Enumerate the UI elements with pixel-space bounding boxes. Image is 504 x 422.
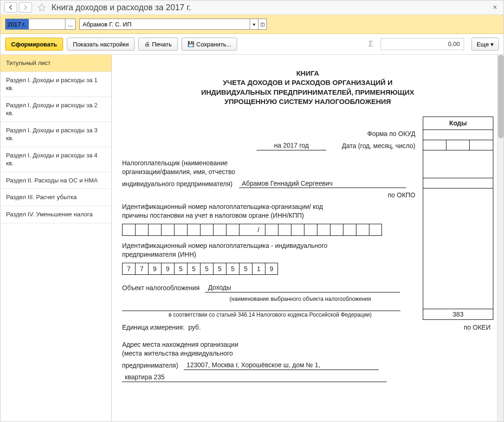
page-title: Книга доходов и расходов за 2017 г.: [52, 3, 191, 13]
date-label: Дата (год, месяц, число): [342, 142, 415, 150]
unit-value: руб.: [188, 323, 201, 332]
more-button[interactable]: Еще ▾: [472, 38, 499, 51]
save-icon: 💾: [187, 41, 194, 47]
okei-value: 383: [423, 309, 493, 319]
save-label: Сохранить...: [196, 41, 231, 48]
taxpayer-name: Абрамов Геннадий Сергеевич: [239, 179, 406, 188]
okud-label: Форма по ОКУД: [367, 130, 415, 138]
inn-ip-cells: 779955555519: [122, 263, 418, 275]
sidebar-item-2[interactable]: Раздел I. Доходы и расходы за 2 кв.: [0, 97, 111, 122]
scroll-thumb[interactable]: [498, 55, 504, 138]
taxpayer-lbl3: индивидуального предпринимателя): [122, 180, 233, 188]
show-settings-button[interactable]: Показать настройки: [67, 38, 135, 51]
sidebar-item-4[interactable]: Раздел I. Доходы и расходы за 4 кв.: [0, 147, 111, 172]
addr-val2: квартира 235: [122, 373, 387, 382]
print-button[interactable]: 🖨Печать: [138, 38, 178, 51]
nav-back-button[interactable]: [4, 2, 17, 13]
period-input[interactable]: [5, 19, 65, 30]
addr-lbl1: Адрес места нахождения организации: [122, 340, 493, 349]
print-icon: 🖨: [144, 41, 150, 47]
sidebar-item-1[interactable]: Раздел I. Доходы и расходы за 1 кв.: [0, 72, 111, 97]
inn-org-cells: /: [122, 224, 418, 236]
codes-header: Коды: [423, 117, 493, 130]
year-value: на 2017 год: [257, 141, 326, 150]
object-label: Объект налогообложения: [122, 284, 200, 292]
book-sub2: ИНДИВИДУАЛЬНЫХ ПРЕДПРИНИМАТЕЛЕЙ, ПРИМЕНЯ…: [122, 88, 493, 97]
more-label: Еще: [477, 41, 489, 48]
book-sub1: УЧЕТА ДОХОДОВ И РАСХОДОВ ОРГАНИЗАЦИЙ И: [122, 78, 493, 87]
organization-input[interactable]: [79, 19, 250, 30]
params-bar: ... ▾ ◫: [0, 15, 504, 34]
book-top: КНИГА: [122, 69, 493, 78]
sum-value: 0,00: [381, 38, 464, 50]
unit-label: Единица измерения:: [122, 323, 185, 332]
close-button[interactable]: ×: [490, 3, 500, 12]
addr-lbl3: предпринимателя): [122, 361, 178, 370]
org-open-button[interactable]: ◫: [258, 19, 267, 30]
addr-val1: 123007, Москва г, Хорошёвское ш, дом № 1…: [184, 361, 379, 370]
vertical-scrollbar[interactable]: [497, 55, 504, 422]
sidebar-item-3[interactable]: Раздел I. Доходы и расходы за 3 кв.: [0, 122, 111, 147]
sidebar-item-0[interactable]: Титульный лист: [0, 55, 111, 72]
sidebar-item-5[interactable]: Раздел II. Расходы на ОС и НМА: [0, 172, 111, 189]
print-label: Печать: [152, 41, 172, 48]
sidebar-item-6[interactable]: Раздел III. Расчет убытка: [0, 189, 111, 206]
titlebar: Книга доходов и расходов за 2017 г. ×: [0, 0, 504, 15]
sidebar-item-7[interactable]: Раздел IV. Уменьшение налога: [0, 206, 111, 223]
nav-forward-button[interactable]: [19, 2, 32, 13]
addr-lbl2: (места жительства индивидуального: [122, 349, 493, 358]
object-value: Доходы: [205, 283, 400, 292]
book-sub3: УПРОЩЕННУЮ СИСТЕМУ НАЛОГООБЛОЖЕНИЯ: [122, 97, 493, 106]
org-dropdown-button[interactable]: ▾: [250, 19, 258, 30]
save-button[interactable]: 💾Сохранить...: [181, 38, 237, 51]
chevron-down-icon: ▾: [491, 41, 494, 48]
codes-block: Коды 383: [423, 117, 493, 320]
period-select-button[interactable]: ...: [65, 19, 76, 30]
toolbar: Сформировать Показать настройки 🖨Печать …: [0, 34, 504, 55]
sidebar: Титульный листРаздел I. Доходы и расходы…: [0, 55, 112, 422]
form-button[interactable]: Сформировать: [5, 38, 63, 51]
okei-label: по ОКЕИ: [464, 323, 491, 332]
okpo-label: по ОКПО: [388, 191, 415, 200]
report-area[interactable]: КНИГА УЧЕТА ДОХОДОВ И РАСХОДОВ ОРГАНИЗАЦ…: [112, 55, 504, 422]
favorite-icon[interactable]: [37, 2, 47, 13]
sigma-icon: Σ: [365, 40, 377, 48]
